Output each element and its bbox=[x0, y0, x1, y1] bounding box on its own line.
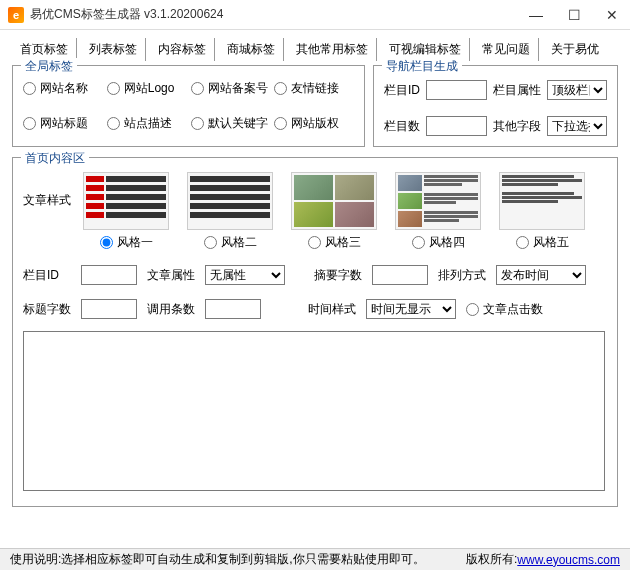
input-col-id[interactable] bbox=[426, 80, 487, 100]
radio-global-0[interactable]: 网站名称 bbox=[23, 80, 103, 97]
radio-global-5[interactable]: 站点描述 bbox=[107, 115, 187, 132]
label-col-id: 栏目ID bbox=[384, 82, 420, 99]
label-abstract: 摘要字数 bbox=[314, 267, 362, 284]
help-text: 使用说明:选择相应标签即可自动生成和复制到剪辑版,你只需要粘贴使用即可。 bbox=[10, 551, 466, 568]
fieldset-nav: 导航栏目生成 栏目ID 栏目属性 顶级栏目 栏目数 其他字段 下拉选择 bbox=[373, 65, 618, 147]
radio-global-4[interactable]: 网站标题 bbox=[23, 115, 103, 132]
radio-style-1[interactable]: 风格一 bbox=[100, 234, 153, 251]
minimize-button[interactable]: — bbox=[526, 7, 546, 23]
tab-faq[interactable]: 常见问题 bbox=[474, 38, 539, 61]
output-textarea[interactable] bbox=[23, 331, 605, 491]
radio-click-count-input[interactable] bbox=[466, 303, 479, 316]
label-style: 文章样式 bbox=[23, 172, 71, 209]
maximize-button[interactable]: ☐ bbox=[564, 7, 584, 23]
copyright-label: 版权所有: bbox=[466, 551, 517, 568]
radio-style-5[interactable]: 风格五 bbox=[516, 234, 569, 251]
radio-global-3[interactable]: 友情链接 bbox=[274, 80, 354, 97]
select-col-attr[interactable]: 顶级栏目 bbox=[547, 80, 608, 100]
label-col-attr: 栏目属性 bbox=[493, 82, 541, 99]
legend-global: 全局标签 bbox=[21, 58, 77, 75]
label-col-count: 栏目数 bbox=[384, 118, 420, 135]
style-option-4: 风格四 bbox=[395, 172, 481, 251]
legend-home: 首页内容区 bbox=[21, 150, 89, 167]
select-sort[interactable]: 发布时间 bbox=[496, 265, 586, 285]
radio-style-3[interactable]: 风格三 bbox=[308, 234, 361, 251]
input-call-count[interactable] bbox=[205, 299, 261, 319]
input-abstract[interactable] bbox=[372, 265, 428, 285]
label-time-style: 时间样式 bbox=[308, 301, 356, 318]
radio-global-1[interactable]: 网站Logo bbox=[107, 80, 187, 97]
window-title: 易优CMS标签生成器 v3.1.20200624 bbox=[30, 6, 526, 23]
radio-global-2[interactable]: 网站备案号 bbox=[191, 80, 271, 97]
app-icon: e bbox=[8, 7, 24, 23]
radio-global-6[interactable]: 默认关键字 bbox=[191, 115, 271, 132]
radio-style-4[interactable]: 风格四 bbox=[412, 234, 465, 251]
label-title-chars: 标题字数 bbox=[23, 301, 71, 318]
tab-other[interactable]: 其他常用标签 bbox=[288, 38, 377, 61]
label-other-field: 其他字段 bbox=[493, 118, 541, 135]
label-home-colid: 栏目ID bbox=[23, 267, 71, 284]
tab-about[interactable]: 关于易优 bbox=[543, 38, 607, 61]
label-call-count: 调用条数 bbox=[147, 301, 195, 318]
radio-style-2[interactable]: 风格二 bbox=[204, 234, 257, 251]
select-time-style[interactable]: 时间无显示 bbox=[366, 299, 456, 319]
tab-bar: 首页标签 列表标签 内容标签 商城标签 其他常用标签 可视编辑标签 常见问题 关… bbox=[0, 30, 630, 61]
fieldset-home: 首页内容区 文章样式 风格一风格二风格三风格四风格五 栏目ID 文章属性 无属性… bbox=[12, 157, 618, 507]
style-option-5: 风格五 bbox=[499, 172, 585, 251]
copyright-link[interactable]: www.eyoucms.com bbox=[517, 553, 620, 567]
fieldset-global: 全局标签 网站名称网站Logo网站备案号友情链接网站标题站点描述默认关键字网站版… bbox=[12, 65, 365, 147]
style-option-3: 风格三 bbox=[291, 172, 377, 251]
style-option-1: 风格一 bbox=[83, 172, 169, 251]
tab-content[interactable]: 内容标签 bbox=[150, 38, 215, 61]
close-button[interactable]: ✕ bbox=[602, 7, 622, 23]
titlebar: e 易优CMS标签生成器 v3.1.20200624 — ☐ ✕ bbox=[0, 0, 630, 30]
status-bar: 使用说明:选择相应标签即可自动生成和复制到剪辑版,你只需要粘贴使用即可。 版权所… bbox=[0, 548, 630, 570]
radio-click-count[interactable]: 文章点击数 bbox=[466, 301, 543, 318]
label-sort: 排列方式 bbox=[438, 267, 486, 284]
input-title-chars[interactable] bbox=[81, 299, 137, 319]
tab-mall[interactable]: 商城标签 bbox=[219, 38, 284, 61]
style-option-2: 风格二 bbox=[187, 172, 273, 251]
legend-nav: 导航栏目生成 bbox=[382, 58, 462, 75]
input-home-colid[interactable] bbox=[81, 265, 137, 285]
select-art-attr[interactable]: 无属性 bbox=[205, 265, 285, 285]
radio-global-7[interactable]: 网站版权 bbox=[274, 115, 354, 132]
input-col-count[interactable] bbox=[426, 116, 487, 136]
label-art-attr: 文章属性 bbox=[147, 267, 195, 284]
tab-list[interactable]: 列表标签 bbox=[81, 38, 146, 61]
radio-click-count-label: 文章点击数 bbox=[483, 301, 543, 318]
select-other-field[interactable]: 下拉选择 bbox=[547, 116, 608, 136]
